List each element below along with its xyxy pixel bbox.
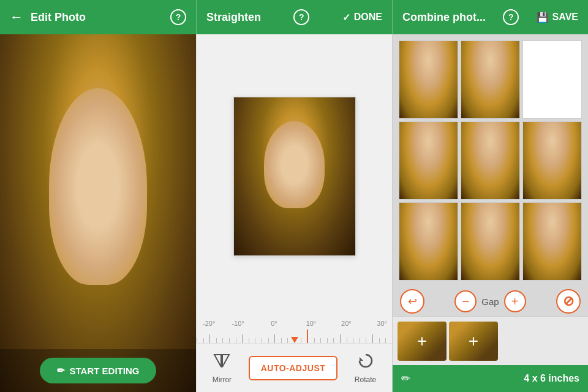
add-photo-thumb-2[interactable]: +	[449, 322, 498, 361]
save-label: SAVE	[552, 12, 578, 23]
preview-photo-image	[234, 97, 355, 255]
add-plus-icon-1: +	[417, 331, 427, 351]
undo-icon: ↩	[408, 295, 417, 308]
save-icon: 💾	[537, 12, 549, 23]
gap-controls: − Gap +	[429, 290, 551, 312]
full-photo	[0, 34, 196, 392]
help-button-left[interactable]: ?	[170, 9, 186, 25]
combine-title: Combine phot...	[402, 11, 486, 24]
pencil-icon: ✏	[57, 365, 65, 376]
help-button-mid[interactable]: ?	[293, 9, 309, 25]
add-photo-thumb-1[interactable]: +	[398, 322, 447, 361]
svg-marker-4	[360, 357, 363, 361]
mirror-control[interactable]: Mirror	[213, 352, 232, 384]
svg-marker-0	[214, 355, 221, 367]
mirror-icon	[213, 352, 230, 373]
ruler-label-10: 10°	[306, 320, 317, 327]
controls-bar: Mirror AUTO-ADJUST Rotate	[197, 343, 392, 392]
header-left: ← Edit Photo ?	[0, 0, 196, 34]
back-button[interactable]: ←	[10, 9, 23, 25]
grid-cell-2-1	[399, 121, 458, 200]
add-plus-icon-2: +	[469, 331, 478, 351]
photo-preview-area	[197, 34, 392, 318]
grid-cell-1-3	[522, 40, 582, 119]
no-border-button[interactable]: ⊘	[556, 289, 581, 314]
gap-label: Gap	[481, 296, 499, 307]
grid-cell-3-2	[461, 202, 520, 281]
mid-panel: -20° -10° 0° 10° 20° 30°	[196, 34, 392, 392]
size-edit-icon[interactable]: ✏	[401, 372, 410, 385]
checkmark-icon: ✓	[342, 12, 350, 23]
right-panel: ↩ − Gap + ⊘ + +	[392, 34, 588, 392]
done-button[interactable]: ✓ DONE	[342, 12, 382, 23]
rotate-label: Rotate	[355, 375, 376, 384]
add-photos-row: + +	[393, 316, 588, 365]
start-editing-bar: ✏ START EDITING	[0, 349, 196, 392]
help-button-right[interactable]: ?	[503, 9, 519, 25]
svg-marker-1	[222, 355, 229, 367]
header-right: Combine phot... ? 💾 SAVE	[392, 0, 588, 34]
full-photo-image	[0, 34, 196, 392]
grid-row-2	[399, 121, 582, 200]
save-button[interactable]: 💾 SAVE	[537, 12, 578, 23]
rotate-icon	[357, 352, 374, 373]
undo-button[interactable]: ↩	[400, 289, 424, 314]
grid-cell-3-1	[399, 202, 458, 281]
photo-preview-frame	[233, 97, 356, 256]
ruler-area[interactable]: -20° -10° 0° 10° 20° 30°	[197, 318, 392, 343]
done-label: DONE	[354, 12, 382, 23]
start-editing-label: START EDITING	[70, 366, 140, 376]
ruler-label-20: 20°	[341, 320, 352, 327]
grid-cell-1-1	[399, 40, 458, 119]
gap-decrease-button[interactable]: −	[454, 290, 477, 312]
ruler-label-30: 30°	[377, 320, 387, 327]
grid-cell-2-3	[522, 121, 582, 200]
ruler-label-0: 0°	[271, 320, 277, 327]
size-bar: ✏ 4 x 6 inches	[393, 365, 588, 392]
start-editing-button[interactable]: ✏ START EDITING	[40, 358, 157, 383]
combine-grid	[393, 34, 588, 287]
ruler-label-neg10: -10°	[232, 320, 244, 327]
grid-cell-1-2	[461, 40, 520, 119]
gap-control: ↩ − Gap + ⊘	[393, 287, 588, 316]
left-panel: ✏ START EDITING	[0, 34, 196, 392]
minus-icon: −	[462, 295, 469, 309]
header-mid: Straighten ? ✓ DONE	[196, 0, 392, 34]
straighten-title: Straighten	[206, 11, 261, 24]
gap-increase-button[interactable]: +	[504, 290, 526, 312]
grid-row-3	[399, 202, 582, 281]
edit-photo-title: Edit Photo	[31, 11, 86, 24]
rotate-control[interactable]: Rotate	[355, 352, 376, 384]
grid-cell-2-2	[461, 121, 520, 200]
no-border-icon: ⊘	[563, 293, 574, 309]
mirror-label: Mirror	[213, 375, 232, 384]
grid-row-1	[399, 40, 582, 119]
plus-icon: +	[511, 295, 519, 309]
size-text: 4 x 6 inches	[524, 373, 579, 384]
ruler-label-neg20: -20°	[203, 320, 215, 327]
grid-cell-3-3	[522, 202, 582, 281]
auto-adjust-button[interactable]: AUTO-ADJUST	[249, 356, 338, 380]
